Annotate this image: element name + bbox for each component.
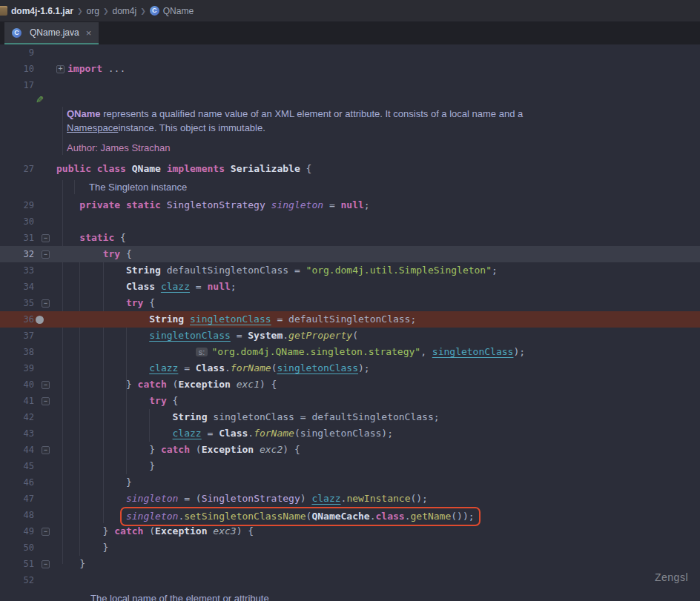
fold-marker-icon[interactable]: − (42, 528, 50, 536)
line-content: singleton = (SingletonStrategy) clazz.ne… (52, 491, 700, 507)
tab-qname-java[interactable]: C QName.java × (4, 22, 99, 44)
code-line[interactable]: 44− } catch (Exception exc2) { (0, 442, 700, 458)
line-number[interactable]: 50 (0, 539, 34, 556)
breadcrumb-item-qname[interactable]: QName (163, 6, 194, 16)
line-number[interactable]: 33 (0, 262, 34, 279)
line-number[interactable]: 43 (0, 425, 34, 442)
code-line[interactable]: 40− } catch (Exception exc1) { (0, 376, 700, 393)
code-line[interactable]: 27public class QName implements Serializ… (0, 161, 700, 177)
line-number[interactable] (0, 591, 34, 601)
code-line[interactable]: 35− try { (0, 295, 700, 311)
code-line[interactable]: 41− try { (0, 393, 700, 409)
line-number[interactable]: 52 (0, 572, 34, 588)
line-number[interactable]: 46 (0, 474, 34, 491)
code-line[interactable]: 43 clazz = Class.forName(singletonClass)… (0, 425, 700, 442)
code-line[interactable]: 29 private static SingletonStrategy sing… (0, 197, 700, 213)
code-line[interactable]: 38 s:"org.dom4j.QName.singleton.strategy… (0, 344, 700, 360)
doc-line[interactable]: Author: James Strachan (0, 141, 700, 155)
line-number[interactable]: 9 (0, 44, 34, 61)
code-token: = defaultSingletonClass; (271, 313, 417, 325)
code-line[interactable]: 48 singleton.setSingletonClassName(QName… (0, 507, 700, 523)
code-line[interactable]: 47 singleton = (SingletonStrategy) clazz… (0, 491, 700, 507)
fold-marker-icon[interactable]: − (42, 381, 50, 389)
line-number[interactable]: 34 (0, 279, 34, 295)
doc-line[interactable]: The Singleton instance (0, 180, 700, 194)
gutter-icons (34, 409, 52, 425)
line-number[interactable]: 48 (0, 507, 34, 523)
code-line[interactable]: 52 (0, 572, 700, 588)
line-number[interactable]: 35 (0, 295, 34, 311)
fold-marker-icon[interactable]: − (42, 250, 50, 259)
code-line[interactable]: 42 String singletonClass = defaultSingle… (0, 409, 700, 425)
line-number[interactable] (0, 121, 34, 135)
line-number[interactable] (0, 93, 34, 107)
line-number[interactable] (0, 141, 34, 155)
line-number[interactable]: 29 (0, 197, 34, 213)
code-line[interactable]: 51− } (0, 556, 700, 572)
code-line[interactable]: 45 } (0, 458, 700, 474)
code-line[interactable]: 17 (0, 77, 700, 93)
line-number[interactable] (0, 155, 34, 161)
line-content: singletonClass = System.getProperty( (52, 328, 700, 344)
doc-line[interactable]: The local name of the element or attribu… (0, 591, 700, 601)
line-number[interactable]: 39 (0, 360, 34, 376)
code-line[interactable]: 9 (0, 44, 700, 61)
line-number[interactable]: 45 (0, 458, 34, 474)
expand-fold-icon[interactable]: + (56, 65, 65, 73)
line-number[interactable] (0, 135, 34, 141)
doc-line[interactable]: Namespaceinstance. This object is immuta… (0, 121, 700, 135)
code-line[interactable]: 37 singletonClass = System.getProperty( (0, 328, 700, 344)
line-number[interactable]: 36 (0, 311, 34, 328)
line-number[interactable]: 44 (0, 442, 34, 458)
code-line[interactable]: 30 (0, 213, 700, 230)
line-number[interactable]: 40 (0, 376, 34, 393)
code-line[interactable]: 34 Class clazz = null; (0, 279, 700, 295)
fold-marker-icon[interactable]: − (42, 299, 50, 308)
code-line[interactable]: 36 String singletonClass = defaultSingle… (0, 311, 700, 328)
code-editor[interactable]: 910+import ...17✎QName represents a qual… (0, 44, 700, 601)
breadcrumb-item-dom4j[interactable]: dom4j (112, 6, 136, 16)
code-line[interactable]: 33 String defaultSingletonClass = "org.d… (0, 262, 700, 279)
line-number[interactable]: 49 (0, 523, 34, 539)
line-number[interactable]: 41 (0, 393, 34, 409)
breadcrumb-item-jar[interactable]: dom4j-1.6.1.jar (11, 6, 73, 16)
fold-marker-icon[interactable]: − (42, 560, 50, 568)
line-number[interactable]: 37 (0, 328, 34, 344)
code-line[interactable]: 39 clazz = Class.forName(singletonClass)… (0, 360, 700, 376)
fold-marker-icon[interactable]: − (42, 397, 50, 405)
line-number[interactable]: 10 (0, 61, 34, 77)
line-number[interactable]: 30 (0, 213, 34, 230)
line-number[interactable]: 42 (0, 409, 34, 425)
line-content: try { (52, 246, 700, 262)
fold-marker-icon[interactable]: − (42, 234, 50, 242)
edit-javadoc-icon[interactable]: ✎ (36, 93, 44, 107)
line-number[interactable]: 51 (0, 556, 34, 572)
tab-label: QName.java (30, 27, 79, 38)
close-tab-icon[interactable]: × (86, 27, 92, 39)
doc-line[interactable]: QName represents a qualified name value … (0, 107, 700, 121)
code-line[interactable]: 50 } (0, 539, 700, 556)
line-number[interactable]: 32 (0, 246, 34, 262)
fold-marker-icon[interactable]: − (42, 446, 50, 454)
code-token: private static (79, 199, 161, 210)
breakpoint-icon[interactable] (36, 316, 44, 324)
breadcrumb-item-org[interactable]: org (87, 6, 99, 16)
line-number[interactable]: 31 (0, 230, 34, 246)
parameter-hint: s: (196, 348, 208, 356)
line-number[interactable]: 47 (0, 491, 34, 507)
code-line[interactable]: 10+import ... (0, 61, 700, 77)
line-number[interactable]: 38 (0, 344, 34, 360)
code-token: The Singleton instance (89, 182, 187, 193)
code-token: (); (410, 493, 427, 504)
code-line[interactable]: 31− static { (0, 230, 700, 246)
line-number[interactable]: 27 (0, 161, 34, 177)
code-line[interactable]: 32− try { (0, 246, 700, 262)
code-line[interactable]: 46 } (0, 474, 700, 491)
editor-spacer (0, 135, 700, 141)
code-token (56, 297, 126, 308)
line-number[interactable] (0, 107, 34, 121)
code-line[interactable]: 49− } catch (Exception exc3) { (0, 523, 700, 539)
line-number[interactable]: 17 (0, 77, 34, 93)
chevron-right-icon: ❯ (103, 7, 109, 15)
line-number[interactable] (0, 180, 34, 194)
